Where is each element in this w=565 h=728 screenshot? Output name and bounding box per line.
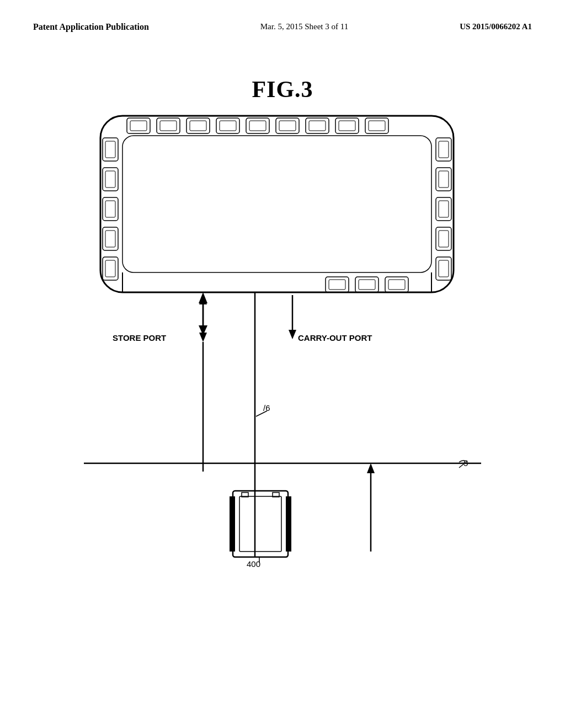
svg-rect-33 (439, 171, 449, 188)
left-slots (103, 138, 118, 280)
figure-title: FIG.3 (0, 76, 565, 103)
svg-rect-31 (439, 141, 449, 158)
header-left: Patent Application Publication (33, 22, 149, 32)
svg-rect-15 (309, 121, 326, 131)
header-center: Mar. 5, 2015 Sheet 3 of 11 (260, 22, 348, 31)
svg-rect-25 (105, 201, 115, 217)
svg-text:5: 5 (463, 458, 468, 468)
svg-rect-65 (286, 496, 291, 552)
svg-rect-23 (105, 171, 115, 188)
svg-rect-45 (359, 280, 375, 290)
svg-rect-21 (105, 141, 115, 158)
svg-rect-64 (230, 496, 235, 552)
svg-rect-1 (122, 136, 431, 272)
page-header: Patent Application Publication Mar. 5, 2… (0, 0, 565, 32)
svg-rect-37 (439, 231, 449, 247)
svg-rect-62 (233, 491, 288, 557)
svg-text:/6: /6 (263, 403, 270, 413)
top-slots (127, 118, 388, 133)
svg-text:STORE PORT: STORE PORT (113, 333, 166, 342)
svg-rect-27 (105, 231, 115, 247)
svg-rect-47 (388, 280, 405, 290)
svg-rect-39 (439, 260, 449, 277)
svg-rect-13 (279, 121, 296, 131)
header-right: US 2015/0066202 A1 (460, 22, 532, 31)
svg-rect-5 (160, 121, 177, 131)
svg-marker-61 (367, 463, 375, 473)
svg-rect-9 (220, 121, 236, 131)
svg-marker-54 (199, 333, 207, 342)
svg-rect-35 (439, 201, 449, 217)
svg-rect-3 (130, 121, 147, 131)
svg-rect-7 (190, 121, 206, 131)
diagram-area: STORE PORT CARRY-OUT PORT /6 5 400 (67, 110, 498, 607)
right-slots (436, 138, 451, 280)
diagram-svg: STORE PORT CARRY-OUT PORT /6 5 400 (67, 110, 498, 607)
svg-rect-63 (239, 496, 281, 552)
bottom-slots (326, 277, 408, 292)
svg-rect-43 (329, 280, 345, 290)
svg-text:CARRY-OUT PORT: CARRY-OUT PORT (298, 333, 372, 342)
svg-rect-11 (249, 121, 266, 131)
svg-rect-29 (105, 260, 115, 277)
svg-rect-19 (369, 121, 385, 131)
svg-marker-56 (289, 330, 296, 339)
svg-text:400: 400 (247, 559, 260, 569)
svg-rect-0 (100, 116, 454, 292)
svg-rect-17 (339, 121, 355, 131)
